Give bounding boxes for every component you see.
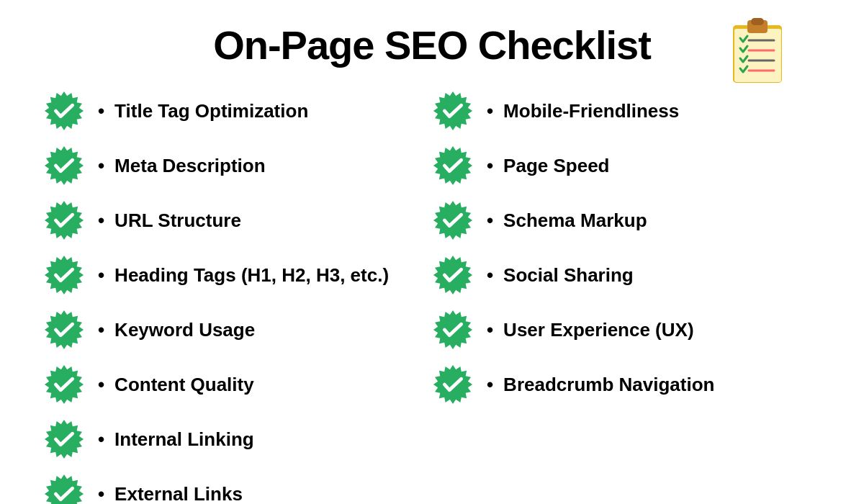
checklist-item-left-4: •Keyword Usage — [43, 309, 432, 351]
item-label: Page Speed — [503, 155, 609, 177]
check-badge-icon — [43, 90, 85, 132]
checklist-item-right-0: •Mobile-Friendliness — [432, 90, 821, 132]
bullet-point: • — [487, 155, 493, 177]
right-column: •Mobile-Friendliness •Page Speed •Schema… — [432, 90, 821, 504]
checklist-item-text: •External Links — [98, 483, 243, 505]
bullet-point: • — [487, 210, 493, 232]
checklist-item-left-2: •URL Structure — [43, 199, 432, 241]
check-badge-icon — [43, 254, 85, 296]
checklist-item-text: •Title Tag Optimization — [98, 100, 308, 122]
check-badge-icon — [43, 145, 85, 186]
checklist-item-text: •Social Sharing — [487, 264, 634, 287]
checklist-item-right-3: •Social Sharing — [432, 254, 821, 296]
item-label: URL Structure — [114, 210, 241, 232]
checklist-item-text: •User Experience (UX) — [487, 319, 694, 341]
check-badge-icon — [432, 364, 474, 405]
item-label: Schema Markup — [503, 210, 647, 232]
check-badge-icon — [432, 90, 474, 132]
item-label: Meta Description — [114, 155, 266, 177]
item-label: Social Sharing — [503, 264, 634, 287]
bullet-point: • — [98, 264, 104, 287]
item-label: Content Quality — [114, 374, 254, 396]
checklist-item-left-1: •Meta Description — [43, 145, 432, 186]
item-label: Internal Linking — [114, 428, 254, 451]
checklist-item-text: •Heading Tags (H1, H2, H3, etc.) — [98, 264, 389, 287]
bullet-point: • — [487, 264, 493, 287]
check-badge-icon — [43, 199, 85, 241]
bullet-point: • — [98, 155, 104, 177]
title-area: On-Page SEO Checklist — [29, 22, 835, 68]
checklist-item-left-6: •Internal Linking — [43, 418, 432, 460]
checklist-item-text: •Page Speed — [487, 155, 610, 177]
left-column: •Title Tag Optimization •Meta Descriptio… — [43, 90, 432, 504]
bullet-point: • — [487, 374, 493, 396]
check-badge-icon — [43, 473, 85, 504]
item-label: Heading Tags (H1, H2, H3, etc.) — [114, 264, 389, 287]
checklist-item-text: •Mobile-Friendliness — [487, 100, 679, 122]
page-title: On-Page SEO Checklist — [29, 22, 835, 68]
bullet-point: • — [487, 319, 493, 341]
checklist-item-text: •Keyword Usage — [98, 319, 255, 341]
checklist-item-right-2: •Schema Markup — [432, 199, 821, 241]
bullet-point: • — [98, 483, 104, 505]
check-badge-icon — [432, 145, 474, 186]
svg-rect-4 — [751, 18, 764, 25]
checklist-item-text: •Meta Description — [98, 155, 266, 177]
bullet-point: • — [98, 374, 104, 396]
check-badge-icon — [432, 199, 474, 241]
checklist-item-text: •URL Structure — [98, 210, 241, 232]
bullet-point: • — [98, 428, 104, 451]
checklist-item-text: •Breadcrumb Navigation — [487, 374, 714, 396]
checklist-item-left-7: •External Links — [43, 473, 432, 504]
item-label: Mobile-Friendliness — [503, 100, 679, 122]
check-badge-icon — [43, 364, 85, 405]
item-label: Keyword Usage — [114, 319, 255, 341]
svg-marker-16 — [45, 474, 84, 504]
checklist-item-text: •Schema Markup — [487, 210, 647, 232]
svg-rect-2 — [734, 29, 781, 82]
check-badge-icon — [43, 418, 85, 460]
check-badge-icon — [43, 309, 85, 351]
check-badge-icon — [432, 254, 474, 296]
clipboard-icon — [727, 14, 792, 86]
item-label: External Links — [114, 483, 243, 505]
check-badge-icon — [432, 309, 474, 351]
checklist-item-text: •Internal Linking — [98, 428, 254, 451]
bullet-point: • — [98, 210, 104, 232]
item-label: Title Tag Optimization — [114, 100, 308, 122]
item-label: Breadcrumb Navigation — [503, 374, 714, 396]
checklist-item-right-5: •Breadcrumb Navigation — [432, 364, 821, 405]
checklist-item-text: •Content Quality — [98, 374, 254, 396]
checklist-item-right-1: •Page Speed — [432, 145, 821, 186]
bullet-point: • — [98, 319, 104, 341]
checklist-item-right-4: •User Experience (UX) — [432, 309, 821, 351]
bullet-point: • — [98, 100, 104, 122]
checklist-item-left-5: •Content Quality — [43, 364, 432, 405]
item-label: User Experience (UX) — [503, 319, 693, 341]
bullet-point: • — [487, 100, 493, 122]
checklist-container: •Title Tag Optimization •Meta Descriptio… — [29, 90, 835, 504]
checklist-item-left-3: •Heading Tags (H1, H2, H3, etc.) — [43, 254, 432, 296]
checklist-item-left-0: •Title Tag Optimization — [43, 90, 432, 132]
